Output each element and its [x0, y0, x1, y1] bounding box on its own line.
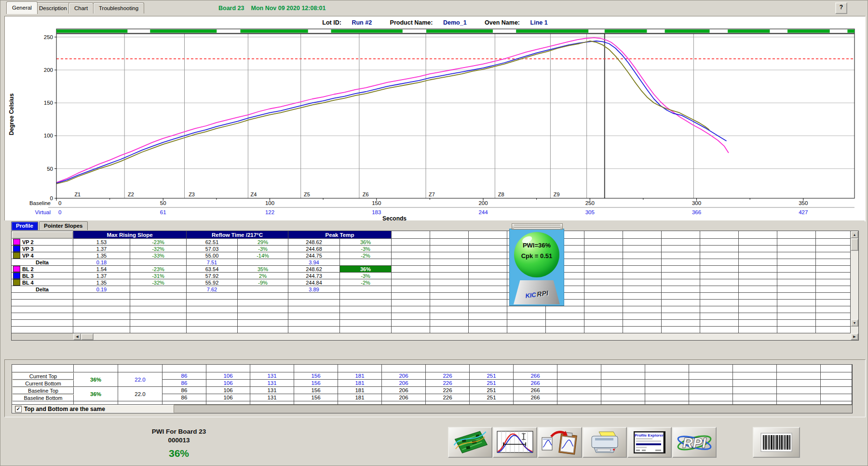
row-label[interactable]: Delta	[12, 286, 73, 293]
zone-value-cell[interactable]: 131	[250, 394, 294, 401]
value-cell[interactable]	[73, 327, 130, 333]
value-cell[interactable]: 248.62	[288, 266, 340, 273]
value-cell[interactable]	[340, 306, 392, 313]
value-cell[interactable]: -3%	[340, 246, 392, 252]
tab-profile[interactable]: Profile	[11, 221, 38, 230]
value-cell[interactable]: 0.19	[73, 286, 130, 293]
scroll-up-button[interactable]: ▲	[851, 231, 858, 238]
row-label[interactable]: Baseline Top	[12, 387, 74, 394]
value-cell[interactable]: 2%	[238, 273, 288, 279]
zone-value-cell[interactable]: 226	[426, 380, 470, 387]
value-cell[interactable]	[73, 306, 130, 313]
value-cell[interactable]	[340, 300, 392, 306]
zone-value-cell[interactable]: 226	[426, 372, 470, 380]
value-cell[interactable]: 55.00	[187, 252, 238, 259]
value-cell[interactable]	[340, 286, 392, 293]
zone-value-cell[interactable]: 226	[426, 387, 470, 394]
value-cell[interactable]	[187, 293, 238, 300]
value-cell[interactable]: 7.62	[187, 286, 238, 293]
current-pwi-cell[interactable]: 36%	[74, 372, 118, 387]
value-cell[interactable]	[288, 300, 340, 306]
row-label[interactable]	[12, 306, 73, 313]
value-cell[interactable]: -3%	[340, 273, 392, 279]
value-cell[interactable]	[340, 313, 392, 320]
zone-value-cell[interactable]: 86	[163, 394, 206, 401]
value-cell[interactable]: -33%	[130, 252, 187, 259]
row-label[interactable]: BL 3	[12, 273, 73, 279]
crystal-ball-titlebar[interactable]	[512, 223, 563, 230]
zone-value-cell[interactable]: 106	[206, 387, 250, 394]
value-cell[interactable]	[288, 293, 340, 300]
zone-value-cell[interactable]: 251	[470, 372, 514, 380]
zone-value-cell[interactable]: 206	[382, 372, 426, 380]
value-cell[interactable]	[238, 293, 288, 300]
zone-value-cell[interactable]: 131	[250, 387, 294, 394]
row-label[interactable]	[12, 320, 73, 327]
value-cell[interactable]: -23%	[130, 239, 187, 246]
value-cell[interactable]: 1.53	[73, 239, 130, 246]
current-speed-cell[interactable]: 22.0	[118, 372, 163, 387]
value-cell[interactable]: 63.54	[187, 266, 238, 273]
value-cell[interactable]	[238, 306, 288, 313]
horizontal-scrollbar[interactable]	[73, 333, 851, 340]
value-cell[interactable]: 35%	[238, 266, 288, 273]
column-header[interactable]: Max Rising Slope	[73, 231, 187, 239]
value-cell[interactable]	[130, 286, 187, 293]
value-cell[interactable]: -32%	[130, 279, 187, 286]
value-cell[interactable]: -3%	[238, 246, 288, 252]
scroll-left-button[interactable]: ◀	[73, 333, 81, 340]
zone-value-cell[interactable]: 206	[382, 387, 426, 394]
value-cell[interactable]	[238, 286, 288, 293]
value-cell[interactable]: 244.68	[288, 246, 340, 252]
value-cell[interactable]	[340, 259, 392, 266]
value-cell[interactable]: 55.92	[187, 279, 238, 286]
value-cell[interactable]	[187, 320, 238, 327]
value-cell[interactable]: 57.03	[187, 246, 238, 252]
value-cell[interactable]	[130, 306, 187, 313]
row-label[interactable]	[12, 313, 73, 320]
zone-value-cell[interactable]: 181	[338, 380, 382, 387]
value-cell[interactable]	[340, 327, 392, 333]
row-label[interactable]: Baseline Bottom	[12, 394, 74, 401]
zone-value-cell[interactable]: 251	[470, 387, 514, 394]
row-label[interactable]: Current Top	[12, 372, 74, 380]
row-label[interactable]: Current Bottom	[12, 380, 74, 387]
value-cell[interactable]: -32%	[130, 246, 187, 252]
value-cell[interactable]: -14%	[238, 252, 288, 259]
zone-value-cell[interactable]: 251	[470, 394, 514, 401]
profile-graph-button[interactable]	[493, 427, 537, 458]
value-cell[interactable]: 244.73	[288, 273, 340, 279]
tab-troubleshooting[interactable]: Troubleshooting	[93, 2, 144, 14]
zone-value-cell[interactable]: 251	[470, 380, 514, 387]
tab-general[interactable]: General	[6, 1, 38, 14]
value-cell[interactable]: 1.35	[73, 279, 130, 286]
tab-description[interactable]: Description	[33, 2, 73, 14]
row-label[interactable]: BL 4	[12, 279, 73, 286]
column-header[interactable]: Peak Temp	[288, 231, 392, 239]
zone-value-cell[interactable]: 181	[338, 394, 382, 401]
zone-value-cell[interactable]: 206	[382, 394, 426, 401]
zone-value-cell[interactable]: 106	[206, 380, 250, 387]
zone-value-cell[interactable]: 86	[163, 387, 206, 394]
value-cell[interactable]: 244.84	[288, 279, 340, 286]
row-label[interactable]	[12, 300, 73, 306]
value-cell[interactable]	[288, 313, 340, 320]
value-cell[interactable]: 3.94	[288, 259, 340, 266]
zone-value-cell[interactable]: 181	[338, 387, 382, 394]
value-cell[interactable]	[130, 320, 187, 327]
profile-explorer-button[interactable]: Profile Explorer	[627, 427, 672, 458]
zone-value-cell[interactable]: 131	[250, 380, 294, 387]
value-cell[interactable]: 36%	[340, 266, 392, 273]
baseline-speed-cell[interactable]: 22.0	[118, 387, 163, 401]
zone-value-cell[interactable]: 86	[163, 372, 206, 380]
value-cell[interactable]	[73, 313, 130, 320]
value-cell[interactable]	[130, 327, 187, 333]
corner-header[interactable]	[12, 231, 73, 239]
top-bottom-same-checkbox[interactable]: ✓	[15, 406, 22, 412]
value-cell[interactable]	[238, 320, 288, 327]
rpi-button[interactable]: RPI	[672, 427, 717, 458]
value-cell[interactable]	[340, 320, 392, 327]
value-cell[interactable]: -2%	[340, 279, 392, 286]
value-cell[interactable]	[73, 300, 130, 306]
value-cell[interactable]	[238, 313, 288, 320]
